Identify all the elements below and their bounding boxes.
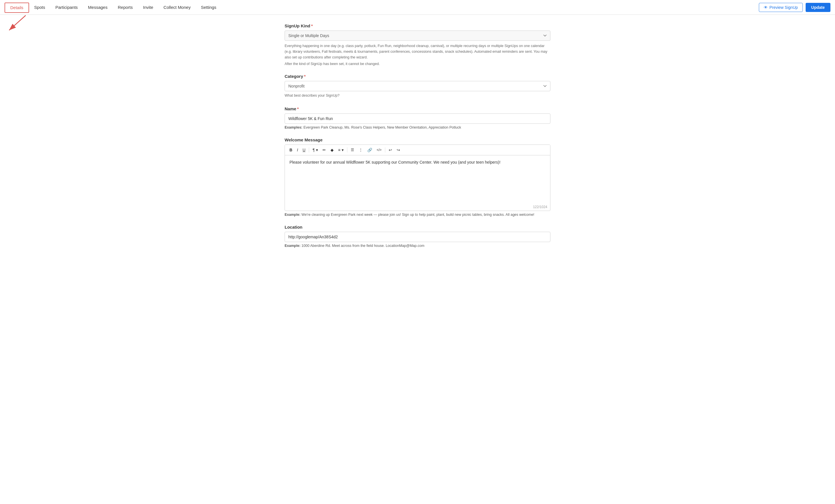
- toolbar-divider-1: [309, 147, 309, 152]
- top-navigation: Details Spots Participants Messages Repo…: [0, 0, 835, 15]
- toolbar-divider-2: [347, 147, 347, 152]
- location-example: Example: 1000 Aberdine Rd. Meet across f…: [285, 244, 550, 248]
- welcome-message-example: Example: We're cleaning up Evergreen Par…: [285, 213, 550, 217]
- character-counter: 122/1024: [285, 204, 550, 211]
- ordered-list-button[interactable]: ☰: [349, 147, 356, 153]
- align-button[interactable]: ≡ ▾: [337, 147, 345, 153]
- name-input[interactable]: [285, 113, 550, 124]
- tab-spots[interactable]: Spots: [29, 0, 50, 15]
- location-section: Location Example: 1000 Aberdine Rd. Meet…: [285, 225, 550, 248]
- tab-details[interactable]: Details: [4, 3, 29, 13]
- category-help-text: What best describes your SignUp?: [285, 93, 550, 98]
- tab-collect-money[interactable]: Collect Money: [158, 0, 196, 15]
- name-section: Name* Examples: Evergreen Park Cleanup, …: [285, 106, 550, 129]
- location-label: Location: [285, 225, 550, 230]
- main-content: SignUp Kind* Single or Multiple Days Eve…: [278, 15, 557, 273]
- tab-invite[interactable]: Invite: [138, 0, 159, 15]
- tab-participants[interactable]: Participants: [50, 0, 83, 15]
- tab-messages[interactable]: Messages: [83, 0, 113, 15]
- nav-actions: 👁 Preview SignUp Update: [759, 3, 831, 12]
- welcome-message-section: Welcome Message B I U ¶ ▾ ✏ ◆ ≡ ▾ ☰ ⋮ 🔗 …: [285, 138, 550, 217]
- preview-signup-button[interactable]: 👁 Preview SignUp: [759, 3, 803, 12]
- category-label: Category*: [285, 74, 550, 79]
- svg-line-1: [9, 15, 26, 30]
- underline-button[interactable]: U: [301, 147, 307, 153]
- rich-text-editor: B I U ¶ ▾ ✏ ◆ ≡ ▾ ☰ ⋮ 🔗 </> ↩ ↪ Please v…: [285, 145, 550, 211]
- welcome-message-label: Welcome Message: [285, 138, 550, 142]
- redo-button[interactable]: ↪: [395, 147, 402, 153]
- location-input[interactable]: [285, 232, 550, 242]
- required-star: *: [311, 23, 313, 28]
- color-button[interactable]: ◆: [329, 147, 335, 153]
- rte-toolbar: B I U ¶ ▾ ✏ ◆ ≡ ▾ ☰ ⋮ 🔗 </> ↩ ↪: [285, 145, 550, 155]
- eye-icon: 👁: [764, 5, 768, 10]
- name-examples: Examples: Evergreen Park Cleanup, Ms. Ro…: [285, 125, 550, 129]
- bold-button[interactable]: B: [288, 147, 294, 153]
- required-star-name: *: [297, 106, 299, 111]
- required-star-category: *: [304, 74, 306, 79]
- undo-button[interactable]: ↩: [387, 147, 394, 153]
- signup-kind-label: SignUp Kind*: [285, 23, 550, 28]
- highlight-button[interactable]: ✏: [321, 147, 328, 153]
- signup-kind-after-text: After the kind of SignUp has been set, i…: [285, 62, 550, 66]
- tab-settings[interactable]: Settings: [196, 0, 221, 15]
- signup-kind-section: SignUp Kind* Single or Multiple Days Eve…: [285, 23, 550, 66]
- category-select[interactable]: Nonprofit: [285, 81, 550, 91]
- unordered-list-button[interactable]: ⋮: [357, 147, 364, 153]
- category-section: Category* Nonprofit What best describes …: [285, 74, 550, 98]
- update-button[interactable]: Update: [806, 3, 831, 12]
- signup-kind-select[interactable]: Single or Multiple Days: [285, 30, 550, 41]
- tab-reports[interactable]: Reports: [113, 0, 138, 15]
- italic-button[interactable]: I: [295, 147, 300, 153]
- code-button[interactable]: </>: [375, 147, 383, 153]
- link-button[interactable]: 🔗: [366, 147, 374, 153]
- paragraph-button[interactable]: ¶ ▾: [311, 147, 320, 153]
- toolbar-divider-3: [385, 147, 385, 152]
- welcome-message-content[interactable]: Please volunteer for our annual Wildflow…: [285, 155, 550, 204]
- signup-kind-description: Everything happening in one day (e.g. cl…: [285, 43, 550, 60]
- nav-tabs: Details Spots Participants Messages Repo…: [4, 0, 759, 15]
- arrow-annotation: [3, 13, 28, 36]
- name-label: Name*: [285, 106, 550, 111]
